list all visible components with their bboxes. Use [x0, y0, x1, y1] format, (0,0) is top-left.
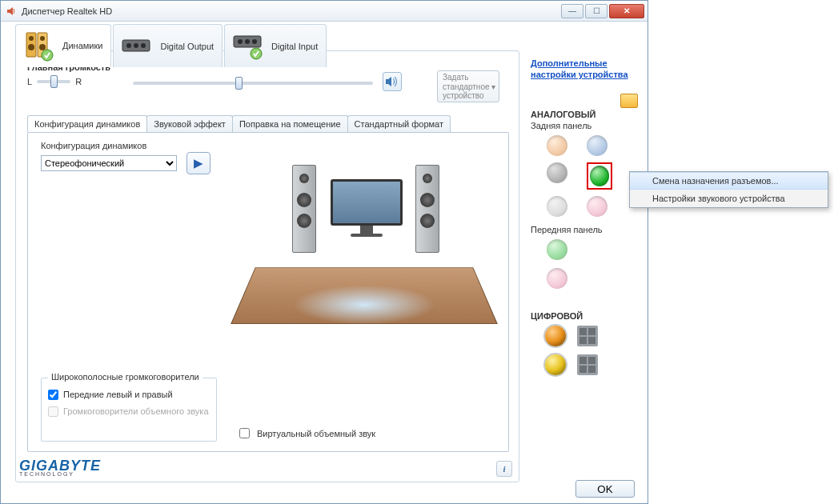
left-speaker-icon[interactable] — [292, 165, 316, 253]
app-window: Диспетчер Realtek HD — ☐ ✕ Динамики — [0, 0, 648, 504]
subtab-default-format[interactable]: Стандартный формат — [347, 115, 451, 132]
surround-checkbox-row: Громкоговорители объемного звука — [48, 406, 210, 417]
jack-rear-grey[interactable] — [547, 196, 567, 217]
window-title: Диспетчер Realtek HD — [22, 6, 112, 16]
window-body: Динамики Digital Output Digital Input Гл… — [1, 22, 648, 503]
svg-point-4 — [28, 44, 34, 50]
front-panel-label: Передняя панель — [531, 225, 636, 234]
ctx-reassign-jacks[interactable]: Смена назначения разъемов... — [630, 172, 828, 190]
set-default-device-button[interactable]: Задать стандартное устройство — [437, 70, 499, 102]
jack-rear-green[interactable] — [590, 166, 609, 186]
digital-in-icon — [230, 30, 267, 63]
tab-digital-input-label: Digital Input — [271, 42, 318, 51]
subtab-sound-effect[interactable]: Звуковой эффект — [146, 115, 233, 132]
balance-right-label: R — [75, 77, 82, 86]
speaker-config-label: Конфигурация динамиков — [41, 141, 146, 150]
tab-speakers-label: Динамики — [62, 41, 102, 50]
front-lr-label: Передние левый и правый — [63, 390, 173, 399]
svg-point-13 — [245, 39, 250, 44]
jack-rear-pink[interactable] — [587, 196, 607, 217]
svg-point-14 — [252, 39, 257, 44]
volume-slider[interactable] — [133, 82, 373, 85]
ctx-audio-device-settings[interactable]: Настройки звукового устройства — [630, 190, 828, 207]
virtual-surround-row[interactable]: Виртуальный объемный звук — [236, 426, 375, 441]
digital-optical-in[interactable] — [577, 354, 598, 375]
fullrange-header: Широкополосные громкоговорители — [48, 372, 202, 382]
front-lr-checkbox[interactable] — [48, 390, 58, 400]
right-speaker-icon[interactable] — [415, 165, 439, 253]
tab-digital-output[interactable]: Digital Output — [113, 24, 223, 67]
svg-point-12 — [238, 39, 243, 44]
jack-front-pink[interactable] — [547, 268, 567, 289]
speaker-config-panel: Конфигурация динамиков Стереофонический … — [27, 132, 509, 452]
right-panel: Дополнительные настройки устройства АНАЛ… — [531, 58, 636, 375]
room-illustration — [236, 141, 492, 373]
info-button[interactable]: i — [496, 461, 512, 477]
brand-logo: GIGABYTE TECHNOLOGY — [19, 458, 101, 477]
maximize-button[interactable]: ☐ — [585, 4, 607, 18]
surround-label: Громкоговорители объемного звука — [63, 406, 209, 416]
jack-front-green[interactable] — [547, 239, 567, 260]
balance-control: L R — [27, 77, 82, 86]
device-tabs: Динамики Digital Output Digital Input — [15, 24, 328, 67]
svg-point-2 — [29, 36, 34, 41]
front-lr-checkbox-row[interactable]: Передние левый и правый — [48, 390, 210, 400]
app-icon — [6, 5, 18, 17]
svg-point-9 — [134, 43, 138, 48]
balance-slider[interactable] — [37, 80, 70, 83]
virtual-surround-label: Виртуальный объемный звук — [257, 429, 375, 438]
test-play-button[interactable]: ▶ — [186, 152, 211, 174]
svg-point-10 — [141, 43, 146, 48]
digital-coax-out[interactable] — [545, 326, 566, 346]
subtab-room-correction[interactable]: Поправка на помещение — [232, 115, 348, 132]
digital-out-icon — [118, 30, 155, 63]
jack-context-menu: Смена назначения разъемов... Настройки з… — [629, 171, 828, 208]
tab-digital-input[interactable]: Digital Input — [224, 24, 327, 67]
tab-digital-output-label: Digital Output — [160, 42, 214, 51]
jack-rear-black[interactable] — [547, 162, 567, 183]
main-panel: Динамики Digital Output Digital Input Гл… — [15, 50, 519, 482]
folder-icon[interactable] — [620, 94, 638, 108]
subtabs: Конфигурация динамиков Звуковой эффект П… — [27, 115, 450, 132]
minimize-button[interactable]: — — [561, 4, 583, 18]
selected-jack-frame — [587, 162, 612, 190]
monitor-icon — [331, 179, 403, 237]
speaker-config-select[interactable]: Стереофонический — [41, 155, 177, 171]
close-button[interactable]: ✕ — [609, 4, 644, 18]
balance-left-label: L — [27, 77, 32, 86]
volume-section: Главная громкость L R Задать стандартное… — [27, 62, 507, 102]
rear-jacks — [547, 135, 636, 217]
subtab-speaker-config[interactable]: Конфигурация динамиков — [27, 115, 147, 132]
svg-point-3 — [40, 36, 45, 41]
ok-button[interactable]: OK — [575, 480, 635, 498]
digital-header: ЦИФРОВОЙ — [531, 311, 636, 321]
surround-checkbox — [48, 406, 58, 417]
digital-coax-in[interactable] — [545, 354, 566, 375]
mute-button[interactable] — [383, 72, 402, 91]
speakers-icon — [21, 29, 58, 62]
svg-point-8 — [126, 43, 131, 48]
jack-rear-blue[interactable] — [587, 135, 607, 156]
fullrange-group: Широкополосные громкоговорители Передние… — [41, 378, 217, 442]
jack-rear-orange[interactable] — [547, 135, 567, 156]
svg-point-5 — [39, 44, 46, 50]
tab-speakers[interactable]: Динамики — [15, 24, 111, 67]
advanced-settings-link[interactable]: Дополнительные настройки устройства — [531, 58, 636, 81]
titlebar: Диспетчер Realtek HD — ☐ ✕ — [1, 1, 648, 22]
digital-optical-out[interactable] — [577, 326, 598, 346]
virtual-surround-checkbox[interactable] — [239, 428, 250, 438]
analog-header: АНАЛОГОВЫЙ — [531, 110, 636, 119]
rear-panel-label: Задняя панель — [531, 121, 636, 130]
